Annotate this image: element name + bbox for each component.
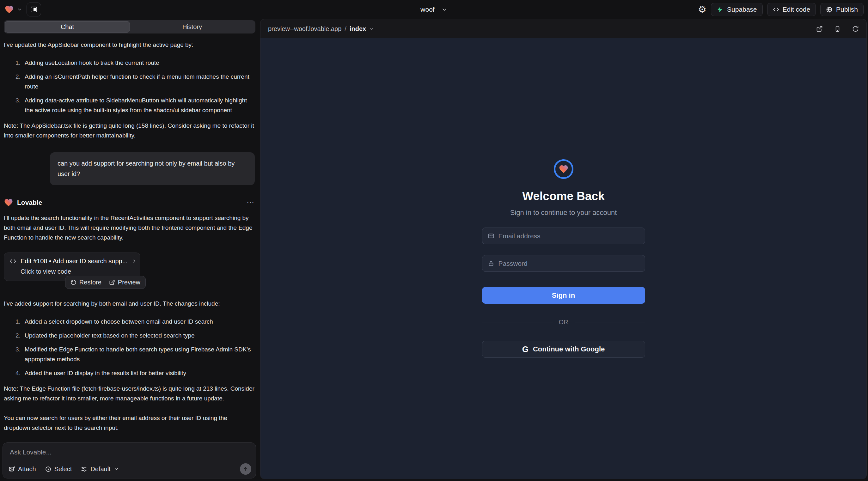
supabase-button-label: Supabase: [727, 6, 757, 13]
project-name: woof: [421, 6, 434, 13]
preview-url-selector[interactable]: preview--woof.lovable.app / index: [268, 25, 374, 33]
mail-icon: [488, 233, 494, 239]
preview-button[interactable]: Preview: [109, 279, 141, 286]
settings-button[interactable]: ⚙: [698, 5, 707, 14]
arrow-up-icon: [243, 466, 248, 472]
publish-button[interactable]: Publish: [820, 3, 864, 16]
page-subtitle: Sign in to continue to your account: [510, 209, 617, 217]
external-link-icon: [109, 279, 115, 285]
chat-message-list[interactable]: I've updated the AppSidebar component to…: [4, 35, 255, 441]
globe-icon: [826, 6, 833, 13]
select-button-label: Select: [54, 466, 72, 473]
send-message-button[interactable]: [240, 463, 251, 475]
lovable-heart-icon: [4, 5, 14, 14]
assistant-message-text: I've added support for searching by both…: [4, 299, 255, 309]
list-item: Adding useLocation hook to track the cur…: [22, 58, 255, 68]
assistant-message-text: I've updated the AppSidebar component to…: [4, 40, 255, 50]
refresh-preview-button[interactable]: [852, 26, 859, 32]
preview-pane: preview--woof.lovable.app / index: [260, 19, 867, 479]
list-item: Adding an isCurrentPath helper function …: [22, 72, 255, 91]
sidebar-toggle-button[interactable]: [27, 3, 41, 17]
chevron-down-icon: [369, 27, 374, 31]
chat-panel: Chat History I've updated the AppSidebar…: [0, 19, 259, 481]
edit-code-button-label: Edit code: [783, 6, 810, 13]
supabase-button[interactable]: Supabase: [711, 3, 763, 16]
code-icon: [9, 258, 17, 265]
sliders-icon: [81, 466, 87, 473]
sign-in-button[interactable]: Sign in: [482, 287, 645, 304]
chat-input[interactable]: [3, 443, 256, 460]
list-item: Modified the Edge Function to handle bot…: [22, 345, 255, 364]
preview-header: preview--woof.lovable.app / index: [260, 19, 866, 38]
lovable-logo-menu[interactable]: [4, 5, 22, 14]
google-signin-label: Continue with Google: [533, 345, 605, 353]
image-plus-icon: [8, 466, 15, 473]
chevron-down-icon: [114, 467, 119, 472]
chat-history-tabs: Chat History: [4, 20, 255, 33]
target-icon: [45, 466, 52, 473]
assistant-name: Lovable: [17, 199, 42, 206]
restore-button[interactable]: Restore: [70, 279, 101, 286]
assistant-message-text: I'll update the search functionality in …: [4, 213, 255, 243]
lock-icon: [488, 260, 494, 267]
panel-left-icon: [30, 6, 38, 13]
or-divider-label: OR: [559, 319, 568, 326]
email-input[interactable]: [498, 232, 640, 240]
publish-button-label: Publish: [836, 6, 858, 13]
preview-viewport: Welcome Back Sign in to continue to your…: [260, 38, 866, 479]
tab-history[interactable]: History: [130, 21, 254, 33]
message-menu-button[interactable]: ⋯: [247, 198, 255, 207]
chevron-right-icon: [131, 258, 137, 264]
assistant-message-header: Lovable ⋯: [4, 198, 255, 207]
heart-icon: [559, 164, 569, 174]
code-icon: [773, 6, 779, 13]
or-divider: OR: [482, 319, 645, 326]
chat-mode-label: Default: [90, 466, 110, 473]
assistant-message-list: Adding useLocation hook to track the cur…: [4, 58, 255, 115]
list-item: Added the user ID display in the results…: [22, 368, 255, 378]
app-logo: [554, 159, 574, 179]
preview-url: preview--woof.lovable.app: [268, 25, 341, 33]
external-link-icon: [816, 26, 823, 32]
restore-icon: [70, 279, 76, 285]
attach-button-label: Attach: [18, 466, 36, 473]
tab-chat[interactable]: Chat: [5, 21, 130, 33]
mobile-view-button[interactable]: [834, 26, 841, 32]
edit-card-subtitle: Click to view code: [21, 268, 135, 275]
version-actions-toolbar: Restore Preview: [65, 276, 146, 289]
supabase-icon: [717, 6, 723, 13]
chat-mode-selector[interactable]: Default: [81, 466, 119, 473]
chevron-down-icon: [442, 7, 447, 13]
attach-button[interactable]: Attach: [8, 466, 36, 473]
list-item: Adding data-active attribute to SidebarM…: [22, 95, 255, 115]
edit-code-button[interactable]: Edit code: [767, 3, 816, 16]
google-signin-button[interactable]: G Continue with Google: [482, 341, 645, 358]
password-input[interactable]: [498, 260, 640, 267]
restore-button-label: Restore: [79, 279, 101, 286]
chat-composer: Attach Select Default: [3, 443, 256, 478]
project-switcher[interactable]: woof: [421, 0, 447, 19]
signin-card: Welcome Back Sign in to continue to your…: [482, 159, 645, 358]
assistant-message-list: Added a select dropdown to choose betwee…: [4, 317, 255, 378]
select-element-button[interactable]: Select: [45, 466, 72, 473]
assistant-message-text: You can now search for users by either t…: [4, 413, 255, 432]
google-icon: G: [522, 345, 528, 353]
url-path-separator: /: [345, 25, 346, 33]
edit-card-title: Edit #108 • Add user ID search supp...: [21, 258, 127, 265]
page-title: Welcome Back: [522, 190, 605, 203]
edit-version-card[interactable]: Edit #108 • Add user ID search supp... C…: [4, 253, 141, 281]
list-item: Updated the placeholder text based on th…: [22, 330, 255, 340]
gear-icon: ⚙: [698, 5, 707, 14]
list-item: Added a select dropdown to choose betwee…: [22, 317, 255, 326]
lovable-avatar-icon: [4, 198, 13, 207]
user-message-bubble: can you add support for searching not on…: [50, 152, 255, 185]
password-field: [482, 255, 645, 272]
email-field: [482, 228, 645, 244]
assistant-note-text: Note: The AppSidebar.tsx file is getting…: [4, 121, 255, 140]
open-in-new-tab-button[interactable]: [816, 26, 823, 32]
assistant-note-text: Note: The Edge Function file (fetch-fire…: [4, 384, 255, 403]
preview-button-label: Preview: [118, 279, 141, 286]
preview-route: index: [350, 25, 366, 33]
smartphone-icon: [834, 26, 841, 32]
refresh-icon: [852, 26, 859, 32]
